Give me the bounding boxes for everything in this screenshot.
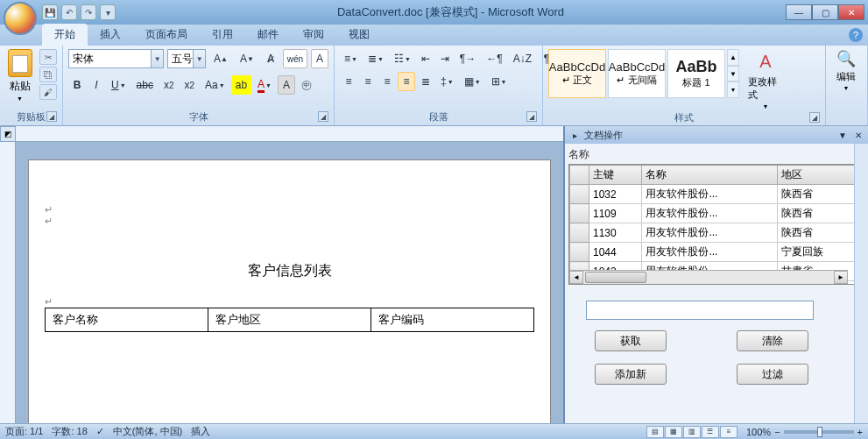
clear-button[interactable]: 清除 xyxy=(737,330,808,351)
view-outline-icon[interactable]: ☰ xyxy=(702,426,719,438)
format-painter-icon[interactable]: 🖌 xyxy=(39,84,57,100)
highlight-button[interactable]: ab xyxy=(231,75,251,95)
close-button[interactable]: ✕ xyxy=(838,4,864,20)
pane-close-icon[interactable]: ✕ xyxy=(852,129,864,141)
tab-references[interactable]: 引用 xyxy=(200,24,245,46)
minimize-button[interactable]: — xyxy=(786,4,812,20)
qat-more-icon[interactable]: ▾ xyxy=(100,4,116,20)
font-color-button[interactable]: A▼ xyxy=(253,75,276,95)
ruler-toggle-icon[interactable]: ◩ xyxy=(0,126,16,142)
styles-launcher[interactable]: ◢ xyxy=(809,112,820,123)
undo-icon[interactable]: ↶ xyxy=(61,4,77,20)
pane-dropdown-icon[interactable]: ▼ xyxy=(836,129,849,141)
ltr-button[interactable]: ¶→ xyxy=(455,49,480,68)
paragraph-launcher[interactable]: ◢ xyxy=(526,111,537,122)
document-table[interactable]: 客户名称 客户地区 客户编码 xyxy=(45,308,534,332)
clear-format-icon[interactable]: A̷ xyxy=(262,49,279,68)
tab-review[interactable]: 审阅 xyxy=(291,24,336,46)
style-nospace[interactable]: AaBbCcDd ↵ 无间隔 xyxy=(608,49,666,98)
zoom-level[interactable]: 100% xyxy=(746,427,771,437)
tab-insert[interactable]: 插入 xyxy=(88,24,133,46)
phonetic-icon[interactable]: wén xyxy=(283,49,307,68)
pane-menu-icon[interactable]: ▸ xyxy=(568,129,581,141)
filter-button[interactable]: 过滤 xyxy=(737,364,808,385)
char-shading-icon[interactable]: A xyxy=(278,75,295,95)
multilevel-button[interactable]: ☷▼ xyxy=(390,49,415,68)
status-mode[interactable]: 插入 xyxy=(191,425,210,438)
style-down-icon[interactable]: ▼ xyxy=(727,66,739,82)
grid-col-rowheader[interactable] xyxy=(570,166,589,185)
tab-pagelayout[interactable]: 页面布局 xyxy=(133,24,200,46)
status-page[interactable]: 页面: 1/1 xyxy=(5,425,43,438)
clipboard-launcher[interactable]: ◢ xyxy=(46,111,57,122)
scroll-right-icon[interactable]: ► xyxy=(834,271,848,284)
change-case-button[interactable]: Aa▼ xyxy=(201,75,229,95)
style-more-icon[interactable]: ▾ xyxy=(727,81,739,98)
data-grid[interactable]: 主键 名称 地区 1032用友软件股份...陕西省 1109用友软件股份...陕… xyxy=(568,164,863,285)
tab-home[interactable]: 开始 xyxy=(42,24,88,46)
grow-font-icon[interactable]: A▲ xyxy=(209,49,232,68)
status-lang[interactable]: 中文(简体, 中国) xyxy=(113,425,182,438)
grid-col-name[interactable]: 名称 xyxy=(642,166,777,185)
save-icon[interactable]: 💾 xyxy=(42,4,58,20)
subscript-button[interactable]: x2 xyxy=(159,75,179,95)
view-fullscreen-icon[interactable]: ▦ xyxy=(665,426,682,438)
pane-vscrollbar[interactable] xyxy=(854,144,868,423)
table-header-2[interactable]: 客户地区 xyxy=(208,308,371,332)
rtl-button[interactable]: ←¶ xyxy=(482,49,506,68)
zoom-out-icon[interactable]: − xyxy=(774,427,780,437)
scroll-left-icon[interactable]: ◄ xyxy=(569,271,583,284)
vertical-ruler[interactable] xyxy=(0,142,16,423)
tab-view[interactable]: 视图 xyxy=(336,24,382,46)
tab-mailings[interactable]: 邮件 xyxy=(245,24,291,46)
cut-icon[interactable]: ✂ xyxy=(39,49,57,65)
align-left-button[interactable]: ≡ xyxy=(340,72,357,91)
zoom-in-icon[interactable]: + xyxy=(857,427,863,437)
italic-button[interactable]: I xyxy=(88,75,105,95)
font-launcher[interactable]: ◢ xyxy=(318,111,328,122)
line-spacing-button[interactable]: ‡▼ xyxy=(436,72,458,91)
get-button[interactable]: 获取 xyxy=(595,330,667,351)
redo-icon[interactable]: ↷ xyxy=(81,4,96,20)
grid-hscrollbar[interactable]: ◄ ► xyxy=(569,270,848,284)
align-center-button[interactable]: ≡ xyxy=(359,72,377,91)
shading-button[interactable]: ▦▼ xyxy=(460,72,485,91)
status-proof-icon[interactable]: ✓ xyxy=(96,426,104,437)
superscript-button[interactable]: x2 xyxy=(180,75,200,95)
shrink-font-icon[interactable]: A▼ xyxy=(236,49,258,68)
help-icon[interactable]: ? xyxy=(849,28,863,42)
font-size-combo[interactable]: 五号▼ xyxy=(167,49,206,68)
copy-icon[interactable]: ⿻ xyxy=(39,67,57,82)
paper[interactable]: ↵ ↵ 客户信息列表 ↵ 客户名称 客户地区 客户编码 xyxy=(28,159,551,423)
bold-button[interactable]: B xyxy=(68,75,86,95)
maximize-button[interactable]: ▢ xyxy=(812,4,838,20)
underline-button[interactable]: U▼ xyxy=(107,75,131,95)
font-name-combo[interactable]: 宋体▼ xyxy=(68,49,164,68)
indent-left-button[interactable]: ⇤ xyxy=(417,49,434,68)
distribute-button[interactable]: ≣ xyxy=(417,72,434,91)
view-print-icon[interactable]: ▤ xyxy=(646,426,664,438)
table-header-1[interactable]: 客户名称 xyxy=(46,308,208,332)
office-button[interactable] xyxy=(4,2,37,35)
style-normal[interactable]: AaBbCcDd ↵ 正文 xyxy=(548,49,606,98)
char-border-icon[interactable]: A xyxy=(311,49,328,68)
strike-button[interactable]: abc xyxy=(132,75,158,95)
add-button[interactable]: 添加新 xyxy=(595,364,667,385)
table-header-3[interactable]: 客户编码 xyxy=(371,308,534,332)
style-up-icon[interactable]: ▲ xyxy=(727,49,739,66)
paste-button[interactable]: 粘贴 ▼ xyxy=(5,49,34,102)
view-web-icon[interactable]: ▥ xyxy=(683,426,701,438)
numbering-button[interactable]: ≣▼ xyxy=(363,49,388,68)
change-styles-button[interactable]: A 更改样式 ▼ xyxy=(748,49,783,110)
style-heading1[interactable]: AaBb 标题 1 xyxy=(667,49,725,98)
sort-button[interactable]: A↓Z xyxy=(509,49,536,68)
grid-col-key[interactable]: 主键 xyxy=(589,166,642,185)
borders-button[interactable]: ⊞▼ xyxy=(487,72,512,91)
find-icon[interactable]: 🔍 xyxy=(836,49,856,68)
bullets-button[interactable]: ≡▼ xyxy=(340,49,362,68)
justify-button[interactable]: ≡ xyxy=(398,72,415,91)
grid-col-region[interactable]: 地区 xyxy=(777,166,862,185)
horizontal-ruler[interactable] xyxy=(16,126,563,142)
status-words[interactable]: 字数: 18 xyxy=(52,425,87,438)
indent-right-button[interactable]: ⇥ xyxy=(436,49,454,68)
